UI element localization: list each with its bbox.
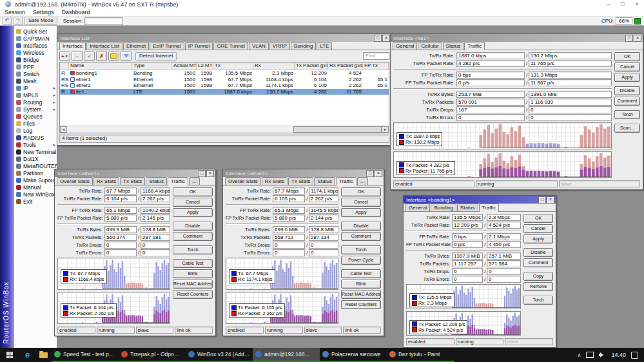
- redo-button[interactable]: ↷: [14, 17, 23, 25]
- tab-status[interactable]: Status: [146, 177, 167, 185]
- tab-[interactable]: ...: [357, 177, 368, 185]
- table-row-ether1[interactable]: RSether1Ethernet1500159867.7 Mbps1168.4 …: [60, 77, 389, 83]
- rx-value-field[interactable]: 571 584: [487, 260, 521, 267]
- tab-interface[interactable]: Interface: [59, 42, 86, 50]
- tab-bonding[interactable]: Bonding: [431, 204, 456, 211]
- taskbar-item-po-czenia-sieciowe[interactable]: Połączenia sieciowe: [320, 348, 387, 362]
- apply-button[interactable]: Apply: [614, 73, 640, 82]
- sidebar-item-files[interactable]: Files: [14, 120, 57, 127]
- cancel-button[interactable]: Cancel: [173, 198, 213, 207]
- tx-value-field[interactable]: 0: [104, 242, 137, 249]
- sidebar-item-bridge[interactable]: Bridge: [14, 56, 57, 63]
- rx-value-field[interactable]: 0: [487, 276, 521, 283]
- column-header-rx-packet-p-s[interactable]: Rx Packet (p/s): [328, 62, 363, 70]
- taskbar-item-trzepak-pl-odpowie[interactable]: Trzepak.pl - Odpowie...: [119, 348, 186, 362]
- ok-button[interactable]: OK: [523, 214, 553, 223]
- power-cycle-button[interactable]: Power Cycle: [341, 256, 381, 265]
- tx-value-field[interactable]: 570 001: [456, 99, 525, 106]
- tx-value-field[interactable]: 6 105 p/s: [273, 195, 305, 202]
- rx-value-field[interactable]: 2 262 p/s: [141, 195, 170, 202]
- tx-value-field[interactable]: 67.7 Mbps: [104, 187, 137, 195]
- column-header-l2-mtu[interactable]: L2 MTU: [197, 62, 213, 70]
- close-icon[interactable]: ×: [634, 35, 641, 42]
- sidebar-item-mesh[interactable]: Mesh: [14, 77, 57, 84]
- disable-button[interactable]: Disable: [341, 222, 381, 231]
- rx-value-field[interactable]: 1174.1 kbps: [309, 187, 338, 195]
- minimize-button[interactable]: –: [601, 0, 616, 8]
- sidebar-item-routing[interactable]: Routing▸: [14, 99, 57, 106]
- column-header-actual-mtu[interactable]: Actual MTU: [172, 62, 197, 70]
- tx-value-field[interactable]: 5 889 p/s: [273, 214, 305, 222]
- tx-value-field[interactable]: 0: [452, 276, 483, 283]
- window-titlebar[interactable]: Interface List □ ×: [57, 34, 391, 42]
- comment-button[interactable]: Comment: [614, 97, 640, 106]
- disable-button[interactable]: Disable: [173, 222, 213, 231]
- horizontal-scrollbar[interactable]: ◂ ▸: [60, 126, 389, 133]
- tab-rx-stats[interactable]: Rx Stats: [93, 177, 119, 185]
- tab-ip-tunnel[interactable]: IP Tunnel: [185, 42, 213, 50]
- scrollbar-thumb[interactable]: [293, 126, 382, 133]
- disable-button[interactable]: Disable: [523, 248, 553, 257]
- tab-traffic[interactable]: Traffic: [336, 177, 356, 186]
- filter-button[interactable]: [121, 52, 132, 61]
- tab-general[interactable]: General: [393, 42, 417, 50]
- rx-value-field[interactable]: 0: [309, 242, 338, 249]
- undo-button[interactable]: ↶: [3, 17, 12, 25]
- tx-value-field[interactable]: 4 282 p/s: [456, 60, 525, 67]
- sidebar-item-make-supout-rif[interactable]: Make Supout.rif: [14, 176, 57, 184]
- reset-counters-button[interactable]: Reset Counters: [173, 290, 213, 299]
- disable-button[interactable]: ✗: [96, 52, 107, 61]
- ok-button[interactable]: OK: [341, 187, 381, 196]
- tab-traffic[interactable]: Traffic: [479, 204, 500, 212]
- blink-button[interactable]: Blink: [173, 269, 213, 278]
- ok-button[interactable]: OK: [614, 52, 640, 61]
- tx-value-field[interactable]: 0 bps: [452, 233, 483, 240]
- torch-button[interactable]: Torch: [614, 110, 640, 119]
- disable-button[interactable]: Disable: [614, 86, 640, 95]
- tab-lte[interactable]: LTE: [317, 42, 332, 50]
- sidebar-item-quick-set[interactable]: Quick Set: [14, 28, 57, 35]
- rx-value-field[interactable]: 257.1 MiB: [487, 252, 521, 260]
- maximize-icon[interactable]: □: [538, 196, 546, 204]
- close-icon[interactable]: ×: [375, 170, 382, 177]
- window-titlebar[interactable]: Interface <lte1>□×: [391, 34, 643, 42]
- rx-value-field[interactable]: 1040.2 kbps: [141, 207, 170, 214]
- menu-session[interactable]: Session: [5, 9, 25, 15]
- sidebar-item-interfaces[interactable]: Interfaces: [14, 42, 57, 49]
- maximize-button[interactable]: □: [616, 0, 630, 8]
- tab-bonding[interactable]: Bonding: [291, 42, 316, 50]
- taskbar-item-winbox-v3-24-addres[interactable]: WinBox v3.24 (Addres...: [186, 348, 253, 362]
- rx-value-field[interactable]: 1391.0 MiB: [529, 91, 612, 98]
- tx-value-field[interactable]: 167: [456, 106, 525, 113]
- rx-value-field[interactable]: 0: [309, 249, 338, 256]
- rx-value-field[interactable]: 11 765 p/s: [529, 60, 612, 67]
- column-header-name[interactable]: Name: [69, 62, 132, 70]
- torch-button[interactable]: Torch: [173, 245, 213, 254]
- sidebar-item-wireless[interactable]: Wireless: [14, 49, 57, 56]
- comment-button[interactable]: Comment: [173, 232, 213, 241]
- maximize-icon[interactable]: □: [198, 170, 206, 177]
- close-button[interactable]: ×: [630, 0, 644, 8]
- reset-mac-address-button[interactable]: Reset MAC Address: [341, 290, 381, 299]
- copy-button[interactable]: Copy: [523, 272, 553, 281]
- tx-value-field[interactable]: 699.0 MiB: [273, 226, 305, 233]
- blink-button[interactable]: Blink: [341, 280, 381, 289]
- reset-mac-address-button[interactable]: Reset MAC Address: [173, 280, 213, 289]
- window-titlebar[interactable]: Interface <ether2>□×: [223, 169, 384, 177]
- tab-gre-tunnel[interactable]: GRE Tunnel: [213, 42, 248, 50]
- menu-dashboard[interactable]: Dashboard: [62, 9, 90, 15]
- rx-value-field[interactable]: 1045.5 kbps: [309, 207, 338, 214]
- sidebar-item-queues[interactable]: Queues: [14, 113, 57, 120]
- rx-value-field[interactable]: 0: [487, 268, 521, 275]
- torch-button[interactable]: Torch: [341, 245, 381, 254]
- rx-value-field[interactable]: 0: [141, 242, 170, 249]
- cable-test-button[interactable]: Cable Test: [341, 269, 381, 278]
- column-header-rx[interactable]: Rx: [253, 62, 295, 70]
- table-row-lte1[interactable]: Rlte1LTE15001887.0 kbps130.2 Mbps4 28211…: [60, 89, 389, 95]
- tab-ethernet[interactable]: Ethernet: [123, 42, 149, 50]
- taskbar-item-speed-test-test-pr-d[interactable]: Speed Test - test pręd...: [52, 348, 119, 362]
- network-tray-icon[interactable]: [586, 352, 594, 358]
- tx-value-field[interactable]: 5 889 p/s: [104, 214, 137, 222]
- tx-value-field[interactable]: 12 209 p/s: [452, 222, 483, 229]
- sidebar-item-tools[interactable]: Tools▸: [14, 141, 57, 148]
